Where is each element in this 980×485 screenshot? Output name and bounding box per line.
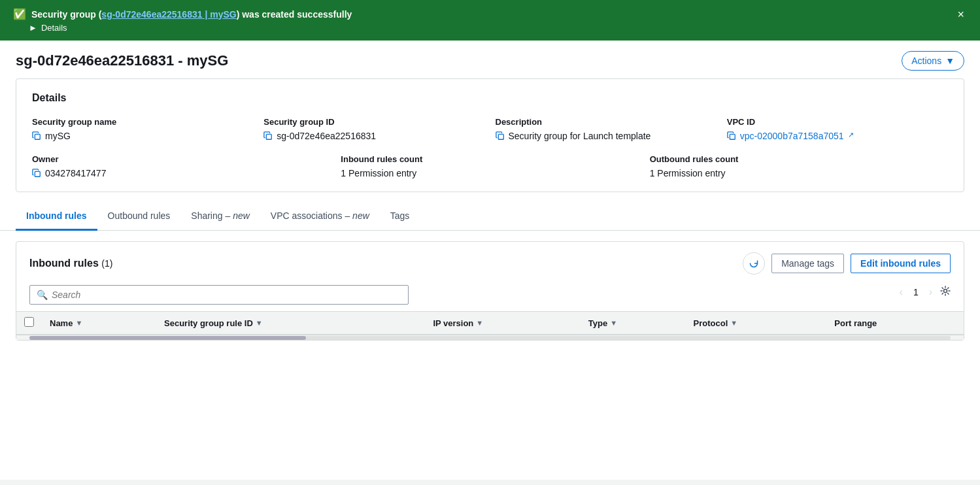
banner-link[interactable]: sg-0d72e46ea22516831 | mySG bbox=[101, 9, 236, 20]
horizontal-scrollbar[interactable] bbox=[16, 335, 964, 340]
pagination-next-button[interactable]: › bbox=[926, 285, 935, 299]
banner-content: ✅ Security group (sg-0d72e46ea22516831 |… bbox=[13, 8, 352, 33]
ip-version-sort-icon[interactable]: ▼ bbox=[476, 319, 483, 327]
svg-rect-0 bbox=[35, 134, 40, 139]
sg-rule-id-sort-icon[interactable]: ▼ bbox=[256, 319, 263, 327]
detail-description-label: Description bbox=[496, 117, 717, 127]
detail-inbound-count-value: 1 Permission entry bbox=[341, 168, 639, 178]
page-container: sg-0d72e46ea22516831 - mySG Actions ▼ De… bbox=[0, 41, 980, 480]
owner-text: 034278417477 bbox=[45, 168, 106, 178]
detail-inbound-count-label: Inbound rules count bbox=[341, 154, 639, 164]
check-icon: ✅ bbox=[13, 8, 26, 20]
inbound-actions: Manage tags Edit inbound rules bbox=[743, 252, 951, 275]
table-header-name: Name ▼ bbox=[42, 312, 156, 335]
detail-sg-name: Security group name mySG bbox=[32, 117, 253, 141]
detail-vpc-id-label: VPC ID bbox=[727, 117, 948, 127]
search-bar: 🔍 bbox=[29, 285, 409, 305]
col-type-label: Type bbox=[588, 318, 607, 328]
inbound-rules-section: Inbound rules (1) Manage tags Edit inbou… bbox=[16, 241, 964, 341]
detail-outbound-count: Outbound rules count 1 Permission entry bbox=[650, 154, 948, 178]
detail-sg-id-value: sg-0d72e46ea22516831 bbox=[263, 131, 484, 141]
outbound-count-text: 1 Permission entry bbox=[650, 168, 726, 178]
col-ip-version-label: IP version bbox=[433, 318, 473, 328]
edit-inbound-rules-button[interactable]: Edit inbound rules bbox=[851, 254, 951, 273]
table-header-type: Type ▼ bbox=[581, 312, 686, 335]
col-sg-rule-id-label: Security group rule ID bbox=[164, 318, 253, 328]
svg-rect-4 bbox=[35, 171, 40, 176]
tab-sharing[interactable]: Sharing – new bbox=[180, 203, 260, 231]
copy-vpc-id-icon[interactable] bbox=[727, 131, 736, 141]
tab-vpc-associations[interactable]: VPC associations – new bbox=[260, 203, 380, 231]
detail-vpc-id: VPC ID vpc-02000b7a7158a7051 ↗ bbox=[727, 117, 948, 141]
external-link-icon: ↗ bbox=[848, 131, 854, 139]
tabs-container: Inbound rules Outbound rules Sharing – n… bbox=[0, 203, 980, 231]
col-name-label: Name bbox=[50, 318, 73, 328]
col-protocol-label: Protocol bbox=[694, 318, 728, 328]
detail-sg-id: Security group ID sg-0d72e46ea22516831 bbox=[263, 117, 484, 141]
table-header-ip-version: IP version ▼ bbox=[425, 312, 580, 335]
detail-sg-id-label: Security group ID bbox=[263, 117, 484, 127]
table-header-sg-rule-id: Security group rule ID ▼ bbox=[156, 312, 425, 335]
description-text: Security group for Launch template bbox=[509, 131, 651, 141]
vpc-id-link[interactable]: vpc-02000b7a7158a7051 bbox=[740, 131, 844, 141]
detail-owner: Owner 034278417477 bbox=[32, 154, 330, 178]
type-sort-icon[interactable]: ▼ bbox=[610, 319, 617, 327]
details-grid-row2: Owner 034278417477 Inbound rules count 1… bbox=[32, 154, 948, 178]
detail-inbound-count: Inbound rules count 1 Permission entry bbox=[341, 154, 639, 178]
banner-title: ✅ Security group (sg-0d72e46ea22516831 |… bbox=[13, 8, 352, 20]
tab-inbound-rules[interactable]: Inbound rules bbox=[16, 203, 97, 231]
success-banner: ✅ Security group (sg-0d72e46ea22516831 |… bbox=[0, 0, 980, 41]
page-header: sg-0d72e46ea22516831 - mySG Actions ▼ bbox=[0, 41, 980, 78]
svg-rect-2 bbox=[498, 134, 503, 139]
page-number: 1 bbox=[911, 287, 921, 297]
search-input[interactable] bbox=[52, 290, 401, 300]
inbound-count-text: 1 Permission entry bbox=[341, 168, 416, 178]
col-port-range-label: Port range bbox=[834, 318, 877, 328]
copy-sg-name-icon[interactable] bbox=[32, 131, 41, 141]
detail-outbound-count-label: Outbound rules count bbox=[650, 154, 948, 164]
refresh-button[interactable] bbox=[743, 252, 765, 275]
detail-owner-value: 034278417477 bbox=[32, 168, 330, 178]
manage-tags-button[interactable]: Manage tags bbox=[771, 254, 844, 273]
detail-vpc-id-value: vpc-02000b7a7158a7051 ↗ bbox=[727, 131, 948, 141]
refresh-icon bbox=[749, 258, 759, 269]
svg-rect-3 bbox=[730, 134, 735, 139]
copy-description-icon[interactable] bbox=[496, 131, 505, 141]
tab-tags[interactable]: Tags bbox=[380, 203, 420, 231]
svg-rect-1 bbox=[267, 134, 272, 139]
banner-close-button[interactable]: × bbox=[955, 8, 967, 22]
svg-point-5 bbox=[944, 290, 947, 293]
banner-details-label: Details bbox=[41, 23, 67, 33]
inbound-title-text: Inbound rules bbox=[29, 258, 99, 269]
name-sort-icon[interactable]: ▼ bbox=[75, 319, 82, 327]
banner-text: Security group (sg-0d72e46ea22516831 | m… bbox=[31, 9, 352, 20]
pagination-prev-button[interactable]: ‹ bbox=[897, 285, 905, 299]
scrollbar-track bbox=[29, 336, 951, 340]
inbound-rules-table: Name ▼ Security group rule ID ▼ bbox=[16, 311, 964, 335]
next-icon: › bbox=[929, 286, 932, 297]
tab-outbound-rules[interactable]: Outbound rules bbox=[97, 203, 181, 231]
actions-button[interactable]: Actions ▼ bbox=[902, 51, 964, 71]
search-icon: 🔍 bbox=[37, 290, 48, 300]
banner-details-toggle[interactable]: ► Details bbox=[29, 23, 352, 33]
copy-sg-id-icon[interactable] bbox=[263, 131, 273, 141]
column-settings-button[interactable] bbox=[940, 286, 951, 299]
copy-owner-icon[interactable] bbox=[32, 169, 41, 178]
protocol-sort-icon[interactable]: ▼ bbox=[730, 319, 737, 327]
select-all-checkbox[interactable] bbox=[24, 317, 34, 327]
details-arrow: ► bbox=[29, 23, 37, 33]
actions-label: Actions bbox=[911, 56, 941, 66]
detail-owner-label: Owner bbox=[32, 154, 330, 164]
inbound-header: Inbound rules (1) Manage tags Edit inbou… bbox=[16, 242, 964, 285]
details-card-title: Details bbox=[32, 92, 948, 104]
settings-icon bbox=[940, 286, 951, 296]
sg-id-text: sg-0d72e46ea22516831 bbox=[277, 131, 376, 141]
search-controls-row: 🔍 ‹ 1 › bbox=[16, 285, 964, 311]
table-header-port-range: Port range bbox=[826, 312, 964, 335]
inbound-title: Inbound rules (1) bbox=[29, 258, 112, 269]
sg-name-text: mySG bbox=[45, 131, 71, 141]
inbound-rules-table-wrapper: Name ▼ Security group rule ID ▼ bbox=[16, 311, 964, 335]
table-header-checkbox bbox=[16, 312, 42, 335]
scrollbar-thumb bbox=[29, 336, 306, 340]
detail-outbound-count-value: 1 Permission entry bbox=[650, 168, 948, 178]
